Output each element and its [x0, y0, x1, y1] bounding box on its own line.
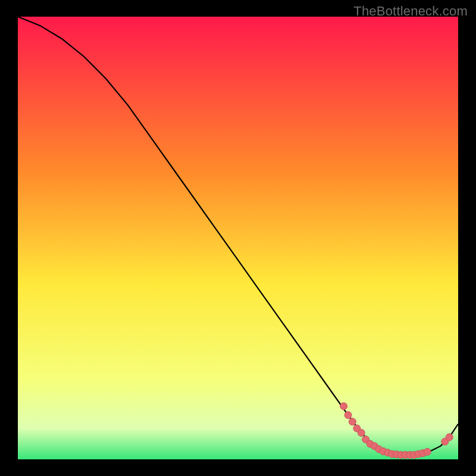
chart-container — [18, 17, 458, 459]
curve-marker — [424, 448, 431, 455]
curve-marker — [340, 403, 347, 410]
curve-marker — [446, 434, 453, 441]
curve-marker — [349, 418, 356, 425]
gradient-background — [18, 17, 458, 459]
bottleneck-chart — [18, 17, 458, 459]
curve-marker — [358, 429, 365, 436]
curve-marker — [345, 412, 352, 419]
